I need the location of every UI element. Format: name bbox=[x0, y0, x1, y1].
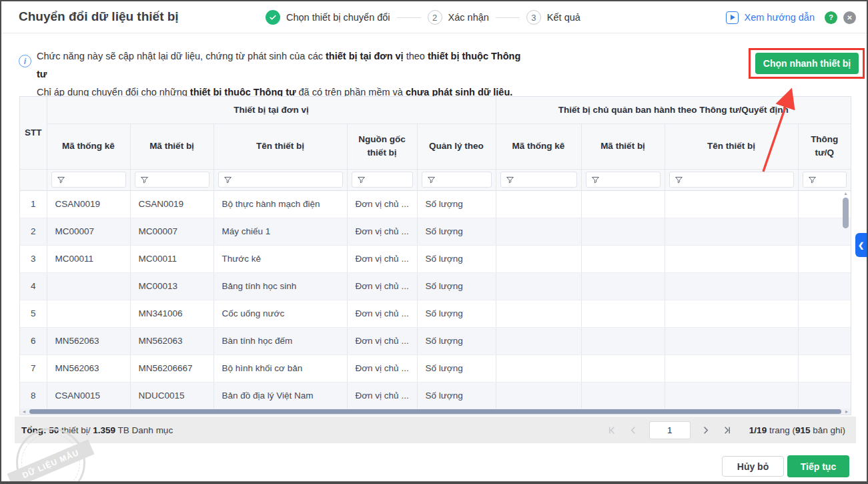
filter-icon bbox=[591, 176, 600, 184]
cell-tt-ten-thiet-bi bbox=[665, 272, 798, 300]
step-1: Chọn thiết bị chuyển đổi bbox=[266, 10, 390, 25]
cell-tt-ten-thiet-bi bbox=[665, 218, 798, 245]
scroll-left-icon[interactable]: ◂ bbox=[20, 409, 28, 415]
table-row[interactable]: 6MN562063MN562063Bàn tính học đếmĐơn vị … bbox=[20, 327, 851, 354]
cell-tt-ten-thiet-bi bbox=[665, 382, 798, 409]
cell-ma-thiet-bi: MN562063 bbox=[130, 327, 213, 354]
cell-quan-ly-theo: Số lượng bbox=[417, 245, 496, 272]
continue-button[interactable]: Tiếp tục bbox=[787, 455, 849, 477]
table-footer: Tổng: 50 thiết bị/ 1.359 TB Danh mục 1/1… bbox=[15, 417, 856, 443]
cell-tt-ma-thiet-bi bbox=[581, 327, 665, 354]
info-note: Chức năng này sẽ cập nhật lại dữ liệu, c… bbox=[37, 47, 530, 101]
cell-ten-thiet-bi: Bảng tính học sinh bbox=[213, 272, 347, 300]
filter-input-quan-ly-theo[interactable] bbox=[422, 172, 492, 188]
table-row[interactable]: 4MC00013Bảng tính học sinhĐơn vị chủ ...… bbox=[20, 272, 851, 300]
filter-icon bbox=[357, 176, 366, 184]
filter-input-tt-ten-thiet-bi[interactable] bbox=[669, 172, 794, 188]
cell-nguon-goc-thiet-bi: Đơn vị chủ ... bbox=[347, 272, 417, 300]
cell-stt: 6 bbox=[20, 327, 47, 354]
horizontal-scrollbar-thumb[interactable] bbox=[29, 409, 841, 414]
filter-input-ten-thiet-bi[interactable] bbox=[218, 172, 343, 188]
table-row[interactable]: 7MN562063MN56206667Bộ hình khối cơ bảnĐơ… bbox=[20, 354, 851, 382]
cell-tt-ma-thong-ke bbox=[496, 218, 581, 245]
cell-tt-ma-thiet-bi bbox=[581, 354, 665, 382]
horizontal-scrollbar[interactable]: ◂ ▸ bbox=[20, 409, 851, 415]
cell-ma-thiet-bi: NDUC0015 bbox=[130, 382, 213, 409]
filter-icon bbox=[224, 176, 232, 184]
close-icon[interactable]: ✕ bbox=[843, 11, 856, 24]
vertical-scrollbar-thumb[interactable] bbox=[843, 198, 849, 228]
cell-stt: 2 bbox=[20, 218, 47, 245]
cell-tt-ma-thong-ke bbox=[496, 382, 581, 409]
cell-tt-ma-thong-ke bbox=[496, 300, 581, 327]
cell-tt-ma-thiet-bi bbox=[581, 190, 665, 218]
header-actions: Xem hướng dẫn ? ✕ bbox=[726, 1, 856, 33]
cell-tt-ma-thiet-bi bbox=[581, 218, 665, 245]
view-guide-link[interactable]: Xem hướng dẫn bbox=[745, 12, 815, 23]
column-header-thong-tu: Thông tư/Q bbox=[798, 124, 851, 169]
cell-tt-ten-thiet-bi bbox=[665, 245, 798, 272]
cell-ma-thong-ke: CSAN0015 bbox=[47, 382, 130, 409]
cancel-button[interactable]: Hủy bỏ bbox=[722, 456, 784, 477]
cell-tt-ten-thiet-bi bbox=[665, 190, 798, 218]
column-header-nguon-goc: Nguồn gốc thiết bị bbox=[347, 124, 417, 169]
filter-input-thong-tu[interactable] bbox=[803, 172, 847, 188]
pagination: 1/19 trang (915 bản ghi) bbox=[606, 421, 845, 439]
cell-tt-ma-thiet-bi bbox=[581, 300, 665, 327]
step-3: 3 Kết quả bbox=[526, 10, 580, 25]
expand-panel-tab[interactable]: ❮ bbox=[855, 233, 867, 257]
cell-ten-thiet-bi: Bản đồ địa lý Việt Nam bbox=[213, 382, 347, 409]
scroll-up-icon[interactable]: ▲ bbox=[843, 191, 848, 196]
next-page-button[interactable] bbox=[700, 424, 712, 436]
column-header-ten-thiet-bi: Tên thiết bị bbox=[213, 124, 347, 169]
filter-icon bbox=[808, 176, 817, 184]
device-conversion-dialog: Chuyển đổi dữ liệu thiết bị Chọn thiết b… bbox=[0, 0, 868, 484]
cell-ma-thiet-bi: MC00013 bbox=[130, 272, 213, 300]
cell-ma-thiet-bi: CSAN0019 bbox=[130, 190, 213, 218]
table-row[interactable]: 5MN341006Cốc uống nướcĐơn vị chủ ...Số l… bbox=[20, 300, 851, 327]
first-page-button[interactable] bbox=[606, 424, 618, 436]
table-row[interactable]: 8CSAN0015NDUC0015Bản đồ địa lý Việt NamĐ… bbox=[20, 382, 851, 409]
cell-tt-ma-thong-ke bbox=[496, 272, 581, 300]
cell-quan-ly-theo: Số lượng bbox=[417, 382, 496, 409]
step-1-label: Chọn thiết bị chuyển đổi bbox=[286, 12, 390, 23]
filter-input-nguon-goc[interactable] bbox=[352, 172, 413, 188]
cell-tt-ten-thiet-bi bbox=[665, 300, 798, 327]
vertical-scrollbar[interactable]: ▲ bbox=[842, 191, 849, 409]
last-page-button[interactable] bbox=[721, 424, 733, 436]
page-number-input[interactable] bbox=[649, 421, 691, 439]
table-row[interactable]: 2MC00007MC00007Máy chiếu 1Đơn vị chủ ...… bbox=[20, 218, 851, 245]
cell-tt-ma-thong-ke bbox=[496, 354, 581, 382]
filter-input-tt-ma-thong-ke[interactable] bbox=[500, 172, 577, 188]
column-header-quan-ly-theo: Quản lý theo bbox=[417, 124, 496, 169]
play-video-icon[interactable] bbox=[726, 11, 739, 24]
cell-ma-thong-ke: MN562063 bbox=[47, 327, 130, 354]
cell-ma-thiet-bi: MC00007 bbox=[130, 218, 213, 245]
step-2-number: 2 bbox=[428, 10, 442, 25]
cell-quan-ly-theo: Số lượng bbox=[417, 218, 496, 245]
page-info: 1/19 trang (915 bản ghi) bbox=[749, 425, 845, 435]
cell-ma-thong-ke: MC00011 bbox=[47, 245, 130, 272]
cell-tt-ma-thiet-bi bbox=[581, 272, 665, 300]
cell-stt: 5 bbox=[20, 300, 47, 327]
cell-nguon-goc-thiet-bi: Đơn vị chủ ... bbox=[347, 218, 417, 245]
column-header-ma-thiet-bi: Mã thiết bị bbox=[130, 124, 213, 169]
cell-ten-thiet-bi: Bộ thực hành mạch điện bbox=[213, 190, 347, 218]
stamp-label: DỮ LIỆU MẪU bbox=[7, 439, 95, 484]
quick-select-device-button[interactable]: Chọn nhanh thiết bị bbox=[755, 53, 859, 74]
scroll-right-icon[interactable]: ▸ bbox=[843, 409, 851, 415]
cell-ma-thong-ke: MN562063 bbox=[47, 354, 130, 382]
dialog-header: Chuyển đổi dữ liệu thiết bị Chọn thiết b… bbox=[1, 1, 867, 33]
filter-input-tt-ma-thiet-bi[interactable] bbox=[586, 172, 661, 188]
cell-tt-ma-thong-ke bbox=[496, 245, 581, 272]
cell-ten-thiet-bi: Bộ hình khối cơ bản bbox=[213, 354, 347, 382]
group-header-unit-devices: Thiết bị tại đơn vị bbox=[47, 97, 496, 124]
help-icon[interactable]: ? bbox=[825, 11, 837, 24]
cell-ma-thiet-bi: MN341006 bbox=[130, 300, 213, 327]
filter-input-ma-thiet-bi[interactable] bbox=[135, 172, 209, 188]
filter-input-ma-thong-ke[interactable] bbox=[51, 172, 126, 188]
column-header-ma-thong-ke: Mã thống kê bbox=[47, 124, 130, 169]
table-row[interactable]: 3MC00011MC00011Thước kẻĐơn vị chủ ...Số … bbox=[20, 245, 851, 272]
table-row[interactable]: 1CSAN0019CSAN0019Bộ thực hành mạch điệnĐ… bbox=[20, 190, 851, 218]
previous-page-button[interactable] bbox=[628, 424, 640, 436]
